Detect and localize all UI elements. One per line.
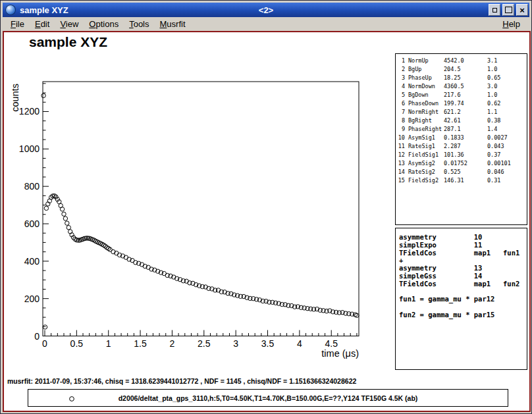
y-tick-label: 200 [24, 294, 40, 304]
param-err: 0.00101 [487, 159, 527, 168]
y-axis-title: counts [10, 84, 20, 112]
param-err: 0.37 [487, 151, 527, 159]
param-idx: 4 [398, 82, 408, 91]
x-tick-label: 3.5 [261, 338, 275, 349]
param-err: 3.1 [487, 57, 527, 65]
menu-item-view[interactable]: View [55, 18, 84, 30]
param-idx: 3 [398, 74, 408, 82]
param-name: PhaseRight [408, 125, 444, 134]
x-tick-label: 3 [233, 338, 238, 349]
param-name: RateSig2 [408, 168, 444, 176]
param-name: FieldSig1 [408, 151, 444, 159]
legend[interactable]: d2006/deltat_pta_gps_3110,h:5,T0=4.50K,T… [28, 389, 508, 407]
param-name: PhaseUp [408, 74, 444, 82]
x-tick-label: 0 [42, 338, 47, 349]
y-tick-label: 600 [24, 219, 40, 229]
param-err: 0.38 [487, 116, 527, 125]
minimize-icon [492, 8, 497, 13]
close-icon: × [519, 6, 525, 14]
param-row: 12FieldSig1101.360.37 [396, 151, 527, 159]
data-point [355, 313, 359, 317]
menu-item-tools[interactable]: Tools [124, 18, 154, 30]
param-idx: 9 [398, 125, 408, 134]
y-tick-label: 400 [24, 256, 40, 267]
param-err: 0.65 [487, 74, 527, 82]
y-tick-label: 0 [34, 331, 40, 342]
param-val: 217.6 [444, 91, 487, 99]
param-name: AsymSig1 [408, 134, 444, 142]
menu-item-file[interactable]: File [5, 18, 30, 30]
param-row: 6PhaseDown199.740.62 [396, 99, 527, 108]
data-point [63, 217, 67, 220]
titlebar[interactable]: sample XYZ <2> × [3, 3, 529, 17]
theory-box[interactable]: asymmetry 10simplExpo 11TFieldCos map1 f… [395, 228, 527, 370]
param-row: 5BgDown217.61.0 [396, 91, 527, 99]
param-err: 0.043 [487, 142, 527, 151]
menubar: FileEditViewOptionsToolsMusrfit Help [3, 17, 529, 31]
app-icon [5, 5, 16, 15]
param-idx: 10 [398, 134, 408, 142]
param-val: 2.287 [444, 142, 487, 151]
param-row: 13AsymSig20.017520.00101 [396, 159, 527, 168]
param-val: 0.525 [444, 168, 487, 176]
x-axis [45, 330, 357, 336]
menu-left: FileEditViewOptionsToolsMusrfit [5, 18, 191, 30]
theory-line: simplExpo 11 [399, 242, 527, 249]
param-err: 0.046 [487, 168, 527, 176]
maximize-icon [505, 7, 512, 13]
param-err: 1.0 [487, 65, 527, 74]
param-idx: 1 [398, 57, 408, 65]
x-tick-label: 2 [170, 338, 175, 349]
theory-line: simpleGss 14 [399, 272, 527, 280]
param-val: 0.01752 [444, 159, 487, 168]
plot-frame [43, 82, 359, 336]
y-tick-label: 1000 [19, 143, 40, 154]
data-point [60, 207, 64, 211]
param-val: 199.74 [444, 99, 487, 108]
param-err: 0.31 [487, 176, 527, 185]
y-tick-label: 800 [24, 181, 40, 192]
param-err: 0.0027 [487, 134, 527, 142]
param-name: PhaseDown [408, 99, 444, 108]
param-row: 8BgRight42.610.38 [396, 116, 527, 125]
param-row: 2BgUp204.51.0 [396, 65, 527, 74]
close-button[interactable]: × [516, 4, 528, 16]
window-title: sample XYZ [20, 5, 68, 15]
root-canvas[interactable]: sample XYZ 00.511.522.533.544.5020040060… [3, 31, 531, 412]
menu-item-musrfit[interactable]: Musrfit [155, 18, 191, 30]
param-val: 621.2 [444, 108, 487, 116]
param-val: 287.1 [444, 125, 487, 134]
x-tick-label: 2.5 [198, 338, 211, 349]
param-row: 7NormRight621.21.1 [396, 108, 527, 116]
menu-item-help[interactable]: Help [496, 18, 527, 30]
minimize-button[interactable] [489, 4, 500, 16]
data-point [65, 221, 69, 225]
x-tick-label: 0.5 [70, 338, 84, 349]
param-val: 42.61 [444, 116, 487, 125]
param-row: 15FieldSig2146.310.31 [396, 176, 527, 185]
theory-line: TFieldCos map1 fun2 [399, 280, 527, 288]
plot-area[interactable]: 00.511.522.533.544.502004006008001000120… [4, 32, 396, 375]
param-idx: 2 [398, 65, 408, 74]
y-tick-label: 1200 [19, 106, 40, 116]
data-point [41, 93, 45, 97]
param-err: 1.0 [487, 91, 527, 99]
param-name: BgUp [408, 65, 444, 74]
param-name: BgRight [408, 116, 444, 125]
menu-item-edit[interactable]: Edit [30, 18, 55, 30]
param-idx: 7 [398, 108, 408, 116]
x-tick-label: 1.5 [134, 338, 147, 349]
param-val: 204.5 [444, 65, 487, 74]
menu-item-options[interactable]: Options [84, 18, 124, 30]
data-points [41, 93, 359, 329]
param-err: 3.0 [487, 82, 527, 91]
param-val: 0.1833 [444, 134, 487, 142]
param-row: 11RateSig12.2870.043 [396, 142, 527, 151]
param-val: 18.25 [444, 74, 487, 82]
maximize-button[interactable] [502, 4, 514, 16]
param-idx: 12 [398, 151, 408, 159]
param-idx: 13 [398, 159, 408, 168]
param-val: 101.36 [444, 151, 487, 159]
parameter-statbox[interactable]: 1NormUp4542.03.12BgUp204.51.03PhaseUp18.… [395, 53, 527, 225]
x-tick-label: 4 [297, 338, 302, 349]
